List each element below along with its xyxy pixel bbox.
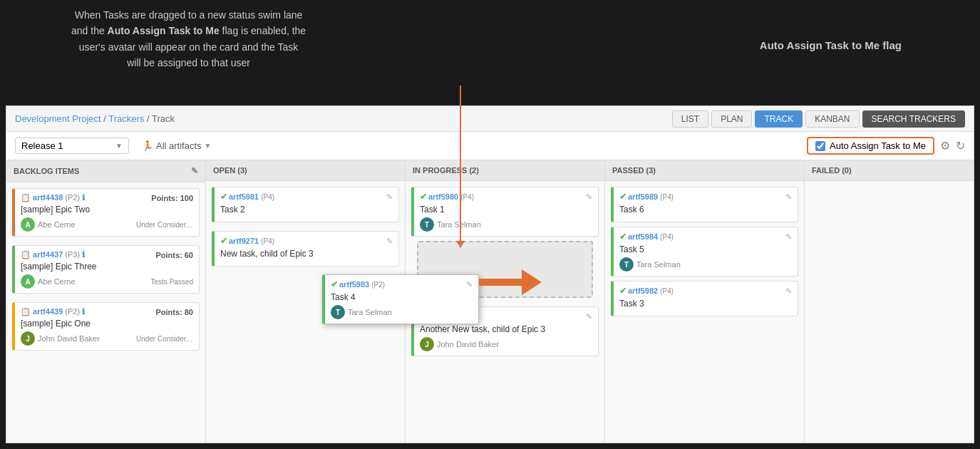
status-label: Under Consider… bbox=[136, 221, 193, 229]
card-title: [sample] Epic One bbox=[21, 319, 193, 329]
card-id[interactable]: 📋 artf4438 (P2) ℹ bbox=[21, 193, 85, 202]
card-title: Task 6 bbox=[619, 205, 792, 215]
assignee-label: Tara Selman bbox=[348, 308, 392, 316]
toolbar-left: Release 1 ▼ 🏃 All artifacts ▼ bbox=[15, 138, 217, 154]
points-badge: Points: 100 bbox=[151, 194, 193, 202]
lane-header-failed: FAILED (0) bbox=[805, 160, 974, 181]
filter-icon: 🏃 bbox=[142, 140, 153, 151]
assignee-label: Tara Selman bbox=[636, 260, 681, 269]
list-item: ✔artf5989 (P4) ✎ Task 6 bbox=[611, 187, 798, 222]
status-label: Under Consider… bbox=[136, 335, 193, 343]
breadcrumb-track: Track bbox=[152, 113, 175, 124]
breadcrumb-project[interactable]: Development Project bbox=[15, 113, 101, 124]
refresh-icon[interactable]: ↻ bbox=[956, 139, 965, 153]
edit-icon[interactable]: ✎ bbox=[586, 192, 592, 202]
status-label: Tests Passed bbox=[151, 278, 193, 286]
card-title: Task 5 bbox=[619, 244, 792, 254]
assignee-label: John David Baker bbox=[437, 340, 499, 349]
avatar: T bbox=[331, 305, 345, 319]
card-title: Another New task, child of Epic 3 bbox=[420, 324, 592, 334]
card-id[interactable]: ✔artf5980 (P4) bbox=[420, 192, 474, 202]
nav-plan[interactable]: PLAN bbox=[711, 110, 752, 128]
top-nav: Development Project / Trackers / Track L… bbox=[6, 106, 974, 132]
points-badge: Points: 60 bbox=[155, 251, 193, 259]
edit-icon[interactable]: ✎ bbox=[785, 232, 792, 242]
move-arrow bbox=[479, 269, 542, 295]
edit-icon: ✎ bbox=[466, 280, 473, 289]
lane-passed: PASSED (3) ✔artf5989 (P4) ✎ Task 6 ✔artf… bbox=[605, 160, 805, 443]
list-item: ✔artf5981 (P4) ✎ Task 2 bbox=[212, 187, 399, 222]
lane-header-backlog: BACKLOG ITEMS ✎ bbox=[6, 160, 205, 182]
assignee-label: Abe Cerne bbox=[38, 277, 76, 286]
list-item: ✔artf5982 (P4) ✎ Task 3 bbox=[611, 281, 798, 316]
assignee-label: Tara Selman bbox=[437, 220, 481, 229]
flag-annotation-label: Auto Assign Task to Me flag bbox=[760, 39, 902, 51]
card-id[interactable]: ✔artf5989 (P4) bbox=[619, 192, 674, 202]
card-id: ✔artf5983 (P2) bbox=[331, 279, 385, 289]
card-id[interactable]: ✔artf9271 (P4) bbox=[220, 236, 274, 246]
card-title: Task 1 bbox=[420, 205, 592, 215]
edit-icon[interactable]: ✎ bbox=[586, 312, 592, 321]
chevron-down-icon: ▼ bbox=[115, 142, 123, 150]
edit-icon[interactable]: ✎ bbox=[386, 192, 393, 202]
nav-buttons: LIST PLAN TRACK KANBAN SEARCH TRACKERS bbox=[672, 110, 965, 128]
list-item: ✔artf9271 (P4) ✎ New task, child of Epic… bbox=[212, 231, 399, 267]
lane-body-passed: ✔artf5989 (P4) ✎ Task 6 ✔artf5984 (P4) ✎… bbox=[605, 181, 804, 443]
list-item: 📋 artf4437 (P3) ℹ Points: 60 [sample] Ep… bbox=[12, 245, 200, 294]
gear-icon[interactable]: ⚙ bbox=[940, 139, 950, 153]
auto-assign-box: Auto Assign Task to Me bbox=[807, 137, 934, 155]
list-item: 📋 artf4439 (P2) ℹ Points: 80 [sample] Ep… bbox=[12, 302, 200, 351]
card-title: Task 4 bbox=[331, 292, 473, 302]
kanban-board: BACKLOG ITEMS ✎ 📋 artf4438 (P2) ℹ Points… bbox=[6, 160, 974, 443]
card-title: New task, child of Epic 3 bbox=[220, 249, 393, 259]
card-id[interactable]: ✔artf5982 (P4) bbox=[619, 286, 674, 296]
avatar: A bbox=[21, 217, 35, 232]
card-title: [sample] Epic Two bbox=[21, 205, 193, 215]
assignee-label: John David Baker bbox=[38, 334, 100, 343]
lane-failed: FAILED (0) bbox=[805, 160, 974, 443]
nav-track[interactable]: TRACK bbox=[755, 110, 803, 128]
card-id[interactable]: 📋 artf4437 (P3) ℹ bbox=[21, 250, 85, 259]
card-id[interactable]: ✔artf5981 (P4) bbox=[220, 192, 274, 202]
lane-body-backlog: 📋 artf4438 (P2) ℹ Points: 100 [sample] E… bbox=[6, 182, 205, 443]
release-select[interactable]: Release 1 ▼ bbox=[15, 138, 129, 154]
breadcrumb-trackers[interactable]: Trackers bbox=[108, 113, 144, 124]
lane-header-open: OPEN (3) bbox=[206, 160, 405, 181]
toolbar: Release 1 ▼ 🏃 All artifacts ▼ Auto Assig… bbox=[6, 132, 974, 160]
dragging-card: ✔artf5983 (P2) ✎ Task 4 T Tara Selman bbox=[322, 274, 479, 324]
card-title: [sample] Epic Three bbox=[21, 262, 193, 272]
auto-assign-checkbox[interactable] bbox=[815, 141, 825, 151]
avatar: J bbox=[21, 331, 35, 346]
toolbar-right: Auto Assign Task to Me ⚙ ↻ bbox=[807, 137, 965, 155]
edit-icon[interactable]: ✎ bbox=[785, 192, 792, 202]
edit-icon[interactable]: ✎ bbox=[386, 237, 393, 246]
nav-kanban[interactable]: KANBAN bbox=[805, 110, 859, 128]
card-title: Task 3 bbox=[619, 299, 792, 309]
artifacts-filter[interactable]: 🏃 All artifacts ▼ bbox=[136, 138, 217, 153]
edit-icon[interactable]: ✎ bbox=[191, 166, 198, 176]
lane-header-passed: PASSED (3) bbox=[605, 160, 804, 181]
edit-icon[interactable]: ✎ bbox=[785, 287, 792, 296]
nav-list[interactable]: LIST bbox=[672, 110, 708, 128]
avatar: A bbox=[21, 274, 35, 289]
auto-assign-label: Auto Assign Task to Me bbox=[830, 140, 926, 151]
card-id[interactable]: 📋 artf4439 (P2) ℹ bbox=[21, 307, 85, 316]
lane-header-in-progress: IN PROGRESS (2) bbox=[406, 160, 604, 181]
lane-body-failed bbox=[805, 181, 974, 443]
assignee-label: Abe Cerne bbox=[38, 220, 76, 229]
list-item: ✔artf5984 (P4) ✎ Task 5 T Tara Selman bbox=[611, 227, 798, 277]
lane-backlog: BACKLOG ITEMS ✎ 📋 artf4438 (P2) ℹ Points… bbox=[6, 160, 206, 443]
chevron-down-icon: ▼ bbox=[205, 142, 212, 150]
list-item: ✔artf5980 (P4) ✎ Task 1 T Tara Selman bbox=[411, 187, 599, 237]
card-title: Task 2 bbox=[220, 205, 393, 215]
avatar: J bbox=[420, 337, 434, 351]
breadcrumb: Development Project / Trackers / Track bbox=[15, 113, 175, 124]
tooltip-annotation: When Tasks are dragged to a new status s… bbox=[71, 7, 306, 71]
avatar: T bbox=[420, 217, 434, 232]
card-id[interactable]: ✔artf5984 (P4) bbox=[619, 232, 674, 242]
nav-search-trackers[interactable]: SEARCH TRACKERS bbox=[862, 110, 965, 128]
points-badge: Points: 80 bbox=[155, 308, 193, 316]
list-item: 📋 artf4438 (P2) ℹ Points: 100 [sample] E… bbox=[12, 188, 200, 237]
avatar: T bbox=[619, 257, 634, 272]
tooltip-arrow bbox=[460, 86, 461, 242]
